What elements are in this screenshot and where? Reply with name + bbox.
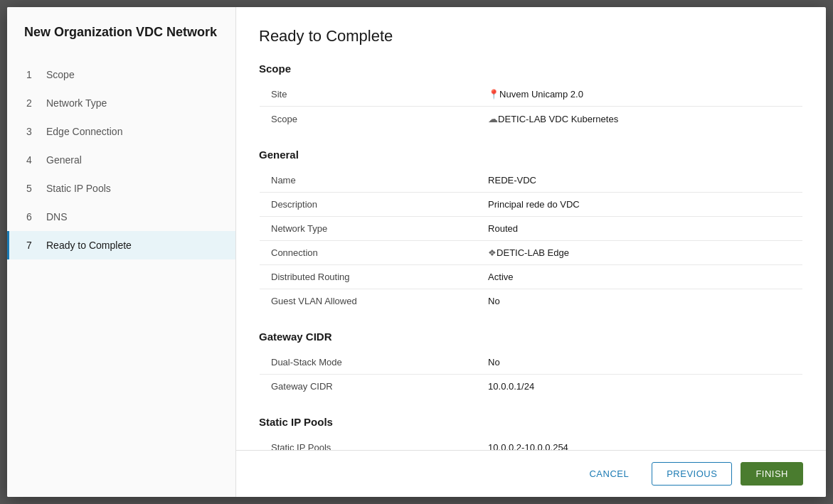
table-row: Guest VLAN Allowed No xyxy=(260,289,803,313)
page-title: Ready to Complete xyxy=(259,27,803,45)
row-label: Site xyxy=(260,82,477,107)
edge-icon xyxy=(488,247,497,258)
table-row: Name REDE-VDC xyxy=(260,168,803,193)
row-label: Connection xyxy=(260,241,477,265)
step-label: Scope xyxy=(46,69,75,80)
step-label: DNS xyxy=(46,211,68,222)
step-label: Edge Connection xyxy=(46,126,122,137)
general-section-title: General xyxy=(259,149,803,161)
table-row: Gateway CIDR 10.0.0.1/24 xyxy=(260,375,803,399)
static-ip-pools-section-title: Static IP Pools xyxy=(259,416,803,428)
sidebar: New Organization VDC Network 1Scope2Netw… xyxy=(7,7,236,497)
row-value: 10.0.0.2-10.0.0.254 xyxy=(477,436,802,451)
row-value: No xyxy=(477,289,802,313)
step-number: 1 xyxy=(26,69,38,80)
main-content: Ready to Complete Scope Site Nuvem Unica… xyxy=(236,7,826,497)
scope-table: Site Nuvem Unicamp 2.0 Scope DETIC-LAB V… xyxy=(259,82,803,132)
row-label: Name xyxy=(260,168,477,193)
row-label: Description xyxy=(260,193,477,217)
content-scroll[interactable]: Ready to Complete Scope Site Nuvem Unica… xyxy=(236,7,826,450)
table-row: Scope DETIC-LAB VDC Kubernetes xyxy=(260,107,803,132)
dialog: New Organization VDC Network 1Scope2Netw… xyxy=(7,7,826,497)
sidebar-steps: 1Scope2Network Type3Edge Connection4Gene… xyxy=(7,60,235,259)
table-row: Site Nuvem Unicamp 2.0 xyxy=(260,82,803,107)
row-value: DETIC-LAB Edge xyxy=(477,241,802,265)
step-label: Ready to Complete xyxy=(46,240,132,251)
row-label: Distributed Routing xyxy=(260,265,477,289)
static-ip-pools-table: Static IP Pools 10.0.0.2-10.0.0.254 xyxy=(259,435,803,450)
row-label: Guest VLAN Allowed xyxy=(260,289,477,313)
step-label: General xyxy=(46,154,82,166)
sidebar-step-dns[interactable]: 6DNS xyxy=(7,203,235,231)
row-label: Gateway CIDR xyxy=(260,375,477,399)
gateway-cidr-table: Dual-Stack Mode No Gateway CIDR 10.0.0.1… xyxy=(259,350,803,399)
scope-section-title: Scope xyxy=(259,63,803,75)
table-row: Connection DETIC-LAB Edge xyxy=(260,241,803,265)
row-value: 10.0.0.1/24 xyxy=(477,375,802,399)
row-value: Routed xyxy=(477,217,802,241)
row-label: Dual-Stack Mode xyxy=(260,350,477,375)
step-number: 2 xyxy=(26,97,38,109)
step-number: 5 xyxy=(26,183,38,194)
row-value: Active xyxy=(477,265,802,289)
table-row: Description Principal rede do VDC xyxy=(260,193,803,217)
row-value: REDE-VDC xyxy=(477,168,802,193)
previous-button[interactable]: PREVIOUS xyxy=(652,462,732,486)
step-number: 4 xyxy=(26,154,38,166)
sidebar-step-ready-to-complete[interactable]: 7Ready to Complete xyxy=(7,231,235,259)
location-icon xyxy=(488,89,499,100)
sidebar-step-edge-connection[interactable]: 3Edge Connection xyxy=(7,117,235,146)
finish-button[interactable]: FINISH xyxy=(741,462,803,486)
table-row: Distributed Routing Active xyxy=(260,265,803,289)
sidebar-step-static-ip-pools[interactable]: 5Static IP Pools xyxy=(7,174,235,203)
footer: CANCEL PREVIOUS FINISH xyxy=(236,450,826,497)
table-row: Network Type Routed xyxy=(260,217,803,241)
sidebar-title: New Organization VDC Network xyxy=(7,24,235,60)
sidebar-step-scope[interactable]: 1Scope xyxy=(7,60,235,89)
row-value: Nuvem Unicamp 2.0 xyxy=(477,82,802,107)
table-row: Dual-Stack Mode No xyxy=(260,350,803,375)
step-label: Network Type xyxy=(46,97,107,109)
row-value: No xyxy=(477,350,802,375)
dialog-body: New Organization VDC Network 1Scope2Netw… xyxy=(7,7,826,497)
step-number: 6 xyxy=(26,211,38,222)
row-label: Scope xyxy=(260,107,477,132)
row-label: Network Type xyxy=(260,217,477,241)
step-number: 3 xyxy=(26,126,38,137)
row-value: Principal rede do VDC xyxy=(477,193,802,217)
gateway-cidr-section-title: Gateway CIDR xyxy=(259,331,803,343)
row-value: DETIC-LAB VDC Kubernetes xyxy=(477,107,802,132)
sidebar-step-network-type[interactable]: 2Network Type xyxy=(7,89,235,117)
table-row: Static IP Pools 10.0.0.2-10.0.0.254 xyxy=(260,436,803,451)
step-label: Static IP Pools xyxy=(46,183,111,194)
sidebar-step-general[interactable]: 4General xyxy=(7,146,235,174)
general-table: Name REDE-VDC Description Principal rede… xyxy=(259,168,803,313)
step-number: 7 xyxy=(26,240,38,251)
cancel-button[interactable]: CANCEL xyxy=(575,463,643,485)
row-label: Static IP Pools xyxy=(260,436,477,451)
cloud-icon xyxy=(488,114,498,124)
